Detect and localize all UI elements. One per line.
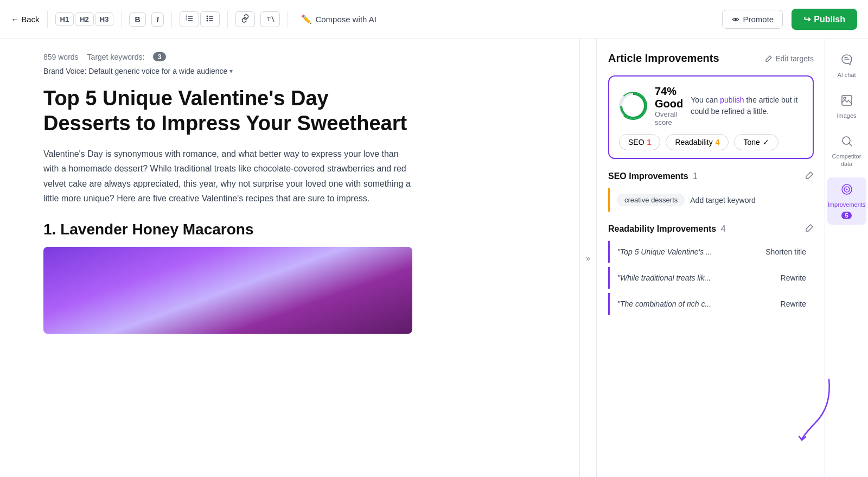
- sidebar-item-improvements[interactable]: Improvements 5: [827, 177, 866, 225]
- toolbar: ← Back H1 H2 H3 B I 1 2 3: [0, 0, 868, 39]
- score-info: 74% Good Overall score: [655, 85, 683, 126]
- sidebar-item-competitor[interactable]: Competitor data: [827, 129, 866, 173]
- images-icon: [840, 94, 853, 110]
- brand-voice-label: Brand Voice: Default generic voice for a…: [43, 67, 227, 75]
- promote-button[interactable]: Promote: [722, 10, 783, 29]
- edit-targets-label: Edit targets: [775, 54, 814, 63]
- sidebar-item-images[interactable]: Images: [827, 88, 866, 125]
- svg-point-22: [846, 188, 847, 190]
- edit-targets-button[interactable]: Edit targets: [765, 54, 814, 63]
- link-button[interactable]: [235, 11, 255, 27]
- images-label: Images: [837, 112, 856, 119]
- collapse-panel-button[interactable]: »: [579, 39, 597, 477]
- brand-voice-selector[interactable]: Brand Voice: Default generic voice for a…: [43, 67, 558, 75]
- keywords-badge: 3: [153, 52, 165, 61]
- score-circle: [619, 92, 647, 120]
- readability-tab[interactable]: Readability 4: [666, 134, 729, 150]
- unordered-list-icon: [206, 14, 214, 23]
- collapse-icon: »: [586, 254, 590, 263]
- seo-edit-button[interactable]: [805, 171, 814, 182]
- toolbar-divider-2: [121, 11, 122, 28]
- italic-button[interactable]: I: [151, 12, 164, 27]
- back-button[interactable]: ← Back: [11, 15, 40, 24]
- bold-button[interactable]: B: [129, 12, 145, 27]
- improvements-label: Improvements: [828, 201, 866, 208]
- svg-point-6: [207, 16, 208, 17]
- svg-point-19: [843, 137, 850, 144]
- readability-quote-2: "While traditional treats lik...: [617, 274, 711, 282]
- clear-format-button[interactable]: T: [260, 11, 280, 27]
- panel-header: Article Improvements Edit targets: [608, 52, 814, 65]
- score-pct-text: 74% Good: [655, 85, 683, 110]
- publish-label: Publish: [814, 15, 845, 24]
- article-image: [43, 247, 412, 334]
- toolbar-left: ← Back H1 H2 H3 B I 1 2 3: [11, 11, 716, 28]
- readability-tab-badge: 4: [716, 138, 720, 147]
- readability-tab-label: Readability: [675, 138, 712, 147]
- svg-text:T: T: [267, 16, 271, 22]
- word-count: 859 words: [43, 53, 79, 61]
- readability-quote-3: "The combination of rich c...: [617, 300, 711, 308]
- main-layout: 859 words Target keywords: 3 Brand Voice…: [0, 39, 868, 477]
- compose-ai-button[interactable]: ✏️ Compose with AI: [296, 11, 382, 28]
- readability-item-1[interactable]: "Top 5 Unique Valentine's ... Shorten ti…: [608, 241, 814, 263]
- readability-action-1: Shorten title: [765, 247, 806, 256]
- chevron-down-icon: ▾: [229, 67, 233, 75]
- readability-edit-icon: [805, 224, 814, 232]
- meta-bar: 859 words Target keywords: 3: [43, 52, 558, 61]
- keyword-tag: creative desserts: [617, 194, 685, 206]
- readability-section-title: Readability Improvements 4: [608, 224, 726, 234]
- svg-rect-17: [842, 96, 852, 105]
- right-panel: Article Improvements Edit targets: [597, 39, 868, 477]
- readability-quote-1: "Top 5 Unique Valentine's ...: [617, 247, 712, 256]
- improvements-icon: [840, 183, 853, 199]
- article-body[interactable]: Valentine's Day is synonymous with roman…: [43, 147, 412, 206]
- heading-buttons: H1 H2 H3: [55, 12, 114, 26]
- score-tabs: SEO 1 Readability 4 Tone ✓: [619, 134, 803, 150]
- toolbar-divider-5: [288, 11, 288, 28]
- unordered-list-button[interactable]: [200, 11, 220, 27]
- compose-icon: ✏️: [301, 14, 312, 24]
- compose-label: Compose with AI: [315, 15, 376, 24]
- section-heading-1[interactable]: 1. Lavender Honey Macarons: [43, 221, 558, 238]
- score-box: 74% Good Overall score You can publish t…: [608, 75, 814, 159]
- score-publish-link[interactable]: publish: [720, 96, 744, 104]
- clear-format-icon: T: [266, 14, 275, 23]
- readability-title-text: Readability Improvements: [608, 224, 716, 233]
- toolbar-divider-3: [171, 11, 172, 28]
- ai-chat-icon: [840, 53, 853, 69]
- seo-tab[interactable]: SEO 1: [619, 134, 660, 150]
- improvements-badge: 5: [841, 212, 851, 219]
- readability-action-2: Rewrite: [781, 274, 806, 282]
- score-subtitle: Overall score: [655, 110, 683, 126]
- readability-section-header: Readability Improvements 4: [608, 224, 814, 234]
- ordered-list-button[interactable]: 1 2 3: [180, 11, 199, 27]
- seo-count: 1: [693, 171, 698, 181]
- h2-button[interactable]: H2: [75, 12, 94, 26]
- sidebar-icons: AI chat Images: [825, 39, 868, 477]
- readability-item-3[interactable]: "The combination of rich c... Rewrite: [608, 293, 814, 315]
- article-title[interactable]: Top 5 Unique Valentine's Day Desserts to…: [43, 86, 412, 136]
- editor-area[interactable]: 859 words Target keywords: 3 Brand Voice…: [0, 39, 579, 477]
- list-buttons: 1 2 3: [180, 11, 220, 27]
- promote-label: Promote: [743, 15, 774, 24]
- tone-tab-label: Tone: [743, 138, 760, 147]
- seo-item[interactable]: creative desserts Add target keyword: [608, 188, 814, 212]
- toolbar-divider: [47, 11, 48, 28]
- publish-button[interactable]: ↪ Publish: [792, 9, 857, 30]
- svg-point-7: [207, 18, 208, 20]
- h1-button[interactable]: H1: [55, 12, 74, 26]
- score-svg: [619, 92, 647, 120]
- h3-button[interactable]: H3: [95, 12, 114, 26]
- readability-edit-button[interactable]: [805, 224, 814, 234]
- sidebar-item-ai-chat[interactable]: AI chat: [827, 48, 866, 84]
- article-image-inner: [43, 247, 412, 334]
- svg-point-18: [844, 97, 846, 99]
- target-keywords-label: Target keywords:: [87, 53, 145, 61]
- seo-section-header: SEO Improvements 1: [608, 171, 814, 182]
- readability-item-2[interactable]: "While traditional treats lik... Rewrite: [608, 267, 814, 289]
- tone-tab[interactable]: Tone ✓: [734, 134, 778, 150]
- svg-line-13: [272, 16, 274, 22]
- svg-text:3: 3: [186, 18, 187, 22]
- competitor-label: Competitor data: [832, 153, 862, 167]
